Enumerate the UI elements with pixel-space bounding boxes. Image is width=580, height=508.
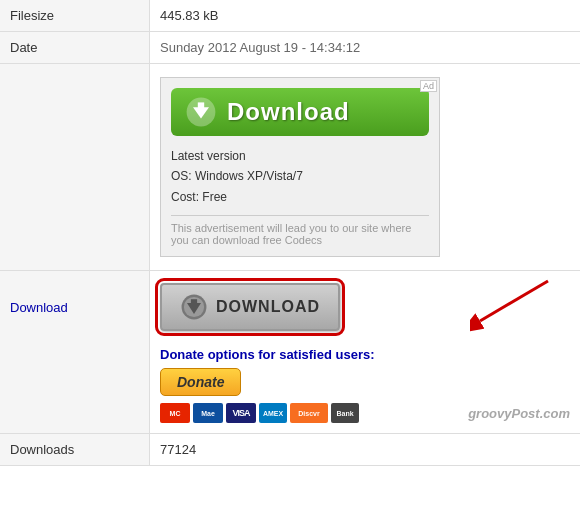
date-label: Date [0,32,150,63]
bank-icon: Bank [331,403,359,423]
ad-label [0,64,150,270]
date-row: Date Sunday 2012 August 19 - 14:34:12 [0,32,580,64]
download-button[interactable]: DOWNLOAD [160,283,340,331]
card-icons-row: MC Mae VISA AMEX Discvr Bank groovyPost.… [160,403,570,423]
visa-icon: VISA [226,403,256,423]
donate-button[interactable]: Donate [160,368,241,396]
filesize-row: Filesize 445.83 kB [0,0,580,32]
download-value-cell: DOWNLOAD [150,271,580,343]
svg-line-8 [480,281,548,321]
donate-content: Donate options for satisfied users: Dona… [150,343,580,433]
download-btn-label: DOWNLOAD [216,298,320,316]
maestro-icon: Mae [193,403,223,423]
svg-rect-2 [198,102,204,108]
download-btn-arrow-icon [180,293,208,321]
downloads-row: Downloads 77124 [0,434,580,466]
date-value: Sunday 2012 August 19 - 14:34:12 [150,32,580,63]
ad-download-button[interactable]: Download [171,88,429,136]
ad-info: Latest version OS: Windows XP/Vista/7 Co… [171,146,429,207]
ad-os: OS: Windows XP/Vista/7 [171,166,429,186]
amex-icon: AMEX [259,403,287,423]
discover-icon: Discvr [290,403,328,423]
donate-section: Donate options for satisfied users: Dona… [0,343,580,433]
ad-disclaimer: This advertisement will lead you to our … [171,215,429,246]
ad-value-cell: Ad Download Latest version OS: Windows X… [150,64,580,270]
red-arrow-indicator [470,276,550,336]
ad-download-arrow-icon [185,96,217,128]
svg-rect-6 [191,299,197,304]
watermark: groovyPost.com [468,406,570,421]
download-row: Download DOWNLOAD [0,270,580,343]
download-label: Download [0,271,150,343]
download-donate-combined: Download DOWNLOAD [0,270,580,434]
ad-row: Ad Download Latest version OS: Windows X… [0,64,580,270]
ad-cost: Cost: Free [171,187,429,207]
filesize-label: Filesize [0,0,150,31]
ad-badge: Ad [420,80,437,92]
mastercard-icon: MC [160,403,190,423]
filesize-value: 445.83 kB [150,0,580,31]
downloads-value: 77124 [150,434,580,465]
ad-container: Ad Download Latest version OS: Windows X… [160,77,440,257]
donate-btn-label: Donate [177,374,224,390]
ad-download-label: Download [227,98,350,126]
donate-spacer [0,343,150,433]
downloads-label: Downloads [0,434,150,465]
ad-latest-version: Latest version [171,146,429,166]
donate-title: Donate options for satisfied users: [160,347,570,362]
